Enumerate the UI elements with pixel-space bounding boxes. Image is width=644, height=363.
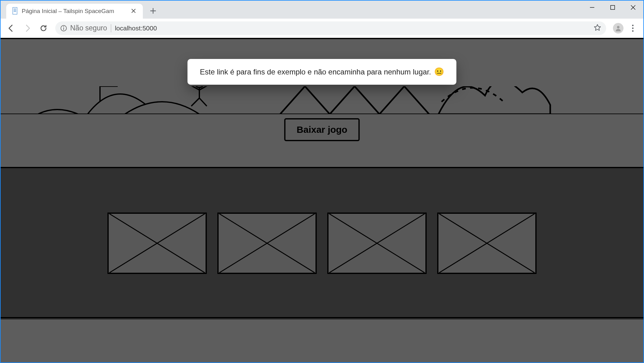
window-minimize-button[interactable] <box>582 1 602 14</box>
window-close-button[interactable] <box>623 1 643 14</box>
tab-active[interactable]: Página Inicial – Tailspin SpaceGam <box>6 4 143 19</box>
info-popup: Este link é para fins de exemplo e não e… <box>188 59 456 85</box>
back-button[interactable] <box>4 21 18 35</box>
svg-rect-2 <box>14 10 16 11</box>
svg-rect-4 <box>611 6 615 10</box>
tab-favicon-icon <box>12 7 19 15</box>
security-label: Não seguro <box>70 24 107 32</box>
security-indicator[interactable]: Não seguro <box>60 24 107 32</box>
svg-rect-7 <box>63 28 64 30</box>
omnibox-divider <box>111 24 111 32</box>
user-icon <box>615 25 622 32</box>
omnibox[interactable]: Não seguro localhost:5000 <box>55 21 606 35</box>
window-controls <box>582 1 643 19</box>
new-tab-icon[interactable] <box>150 7 156 16</box>
kebab-icon <box>632 25 634 32</box>
svg-point-8 <box>617 26 619 28</box>
profile-avatar[interactable] <box>613 23 624 34</box>
svg-rect-1 <box>14 9 16 9</box>
toolbar: Não seguro localhost:5000 <box>1 19 643 38</box>
svg-point-6 <box>63 26 64 27</box>
svg-point-10 <box>632 27 634 29</box>
reload-button[interactable] <box>37 21 50 35</box>
svg-rect-3 <box>14 11 16 12</box>
close-tab-icon[interactable] <box>130 7 137 15</box>
info-popup-message: Este link é para fins de exemplo e não e… <box>200 68 431 76</box>
modal-overlay[interactable] <box>1 38 643 362</box>
svg-point-11 <box>632 30 634 32</box>
window-maximize-button[interactable] <box>602 1 623 14</box>
info-icon <box>60 25 67 32</box>
info-popup-text: Este link é para fins de exemplo e não e… <box>200 67 444 77</box>
svg-rect-0 <box>13 7 17 14</box>
bookmark-star-icon[interactable] <box>594 24 601 33</box>
tabstrip: Página Inicial – Tailspin SpaceGam <box>1 1 643 19</box>
browser-menu-button[interactable] <box>626 21 640 35</box>
forward-button[interactable] <box>20 21 34 35</box>
svg-point-9 <box>632 25 634 26</box>
page-viewport: Baixar jogo Este link é para fins de exe… <box>1 38 643 362</box>
omnibox-url[interactable]: localhost:5000 <box>115 25 590 32</box>
neutral-face-emoji-icon: 😐 <box>434 67 444 77</box>
browser-window: Página Inicial – Tailspin SpaceGam <box>0 0 644 363</box>
tab-title: Página Inicial – Tailspin SpaceGam <box>22 8 127 15</box>
